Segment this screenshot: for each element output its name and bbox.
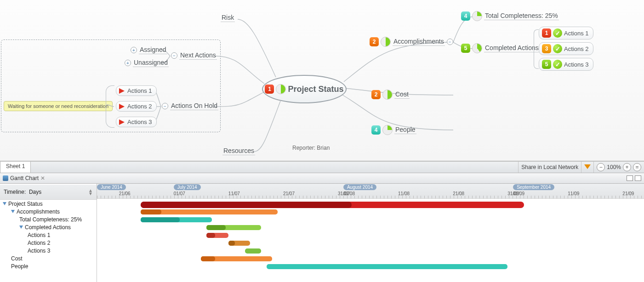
month-label: June 2014 — [97, 184, 126, 190]
node-risk[interactable]: Risk — [221, 14, 235, 22]
gantt-bar[interactable] — [206, 225, 261, 230]
expand-icon[interactable]: + — [131, 47, 137, 53]
gantt-row-label: Actions 2 — [28, 240, 50, 246]
gantt-bar[interactable] — [267, 264, 507, 269]
node-cost[interactable]: 2 Cost — [371, 90, 410, 100]
priority-badge-4: 4 — [461, 11, 470, 21]
node-on-hold[interactable]: − Actions On Hold — [162, 102, 218, 110]
flag-icon — [119, 88, 125, 94]
gantt-tabbar: Gantt Chart ✕ — [0, 173, 644, 184]
gantt-row-label: Actions 1 — [28, 232, 50, 238]
zoom-controls: − 100% + = — [593, 162, 644, 173]
gantt-bar[interactable] — [141, 209, 278, 214]
check-icon: ✓ — [553, 44, 562, 53]
gantt-tree-row[interactable]: Cost — [0, 254, 97, 262]
close-tab-icon[interactable]: ✕ — [40, 175, 45, 181]
note-callout: Waiting for someone or need reconsiderat… — [4, 101, 113, 111]
gantt-bar[interactable] — [245, 248, 262, 254]
gantt-tree-row[interactable]: Actions 2 — [0, 239, 97, 247]
zoom-out-button[interactable]: − — [597, 163, 605, 171]
sheet-tab[interactable]: Sheet 1 — [0, 162, 31, 173]
priority-badge-1: 1 — [265, 85, 274, 94]
progress-pie-icon — [381, 37, 391, 47]
priority-badge-2: 2 — [370, 37, 379, 46]
node-total-completeness[interactable]: 4 Total Completeness: 25% — [461, 11, 559, 21]
disclosure-triangle-icon[interactable] — [19, 226, 23, 229]
node-next-actions[interactable]: − Next Actions — [171, 51, 217, 60]
gantt-bar[interactable] — [141, 217, 212, 222]
leaf-action2[interactable]: 3✓Actions 2 — [539, 42, 593, 55]
gantt-tree-row[interactable]: Actions 3 — [0, 247, 97, 254]
unit-stepper[interactable]: ▲▼ — [88, 189, 93, 195]
gantt-task-tree[interactable]: Timeline: Days ▲▼ Project StatusAccompli… — [0, 184, 97, 282]
gantt-tree-row[interactable]: Project Status — [0, 200, 97, 208]
leaf-action3[interactable]: 5✓Actions 3 — [539, 58, 593, 71]
gantt-row-label: Total Completeness: 25% — [19, 216, 82, 223]
center-label: Project Status — [288, 85, 343, 94]
gantt-tree-row[interactable]: People — [0, 262, 97, 270]
reporter-note: Reporter: Brian — [292, 145, 330, 151]
collapse-icon[interactable]: − — [171, 52, 177, 59]
priority-badge-4: 4 — [371, 125, 381, 135]
sheet-bar: Sheet 1 Share in Local Network − 100% + … — [0, 161, 644, 173]
gantt-bar[interactable] — [141, 202, 524, 208]
zoom-in-button[interactable]: + — [623, 163, 631, 171]
share-button[interactable]: Share in Local Network — [518, 162, 581, 173]
progress-pie-icon — [472, 11, 482, 21]
node-people[interactable]: 4 People — [371, 125, 416, 135]
center-node[interactable]: 1 Project Status — [262, 75, 347, 103]
flag-icon — [119, 119, 125, 125]
gantt-bar[interactable] — [201, 256, 272, 261]
tick-label: 11/08 — [398, 191, 410, 196]
leaf-onhold-3[interactable]: Actions 3 — [116, 117, 157, 127]
tick-label: 21/06 — [119, 191, 131, 196]
disclosure-triangle-icon[interactable] — [11, 210, 15, 213]
zoom-fit-button[interactable]: = — [633, 163, 641, 171]
leaf-onhold-1[interactable]: Actions 1 — [116, 85, 157, 96]
node-assigned[interactable]: + Assigned — [131, 46, 167, 54]
tick-label: 11/07 — [228, 191, 240, 196]
collapse-icon[interactable]: − — [162, 103, 168, 109]
gantt-tree-row[interactable]: Completed Actions — [0, 223, 97, 231]
tick-label: 01/07 — [174, 191, 185, 196]
node-unassigned[interactable]: + Unassigned — [125, 59, 169, 67]
leaf-action1[interactable]: 1✓Actions 1 — [539, 27, 593, 39]
filter-button[interactable] — [581, 162, 593, 173]
collapse-icon[interactable]: − — [447, 39, 453, 45]
priority-badge-1: 1 — [542, 28, 551, 38]
mindmap-canvas[interactable]: Waiting for someone or need reconsiderat… — [0, 0, 644, 161]
node-accomplishments[interactable]: 2 Accomplishments − — [370, 37, 453, 47]
tick-label: 01/08 — [343, 191, 355, 196]
disclosure-triangle-icon[interactable] — [3, 202, 6, 205]
priority-badge-2: 2 — [371, 90, 381, 99]
leaf-onhold-2[interactable]: Actions 2 — [116, 101, 157, 112]
month-label: September 2014 — [513, 184, 554, 190]
node-resources[interactable]: Resources — [222, 147, 255, 155]
funnel-icon — [584, 164, 591, 170]
gantt-tree-row[interactable]: Total Completeness: 25% — [0, 215, 97, 223]
progress-pie-icon — [276, 84, 286, 94]
gantt-time-header: June 2014July 2014August 2014September 2… — [97, 184, 644, 199]
progress-pie-icon — [382, 90, 393, 100]
minimize-pane-button[interactable] — [627, 175, 633, 181]
gantt-tree-row[interactable]: Actions 1 — [0, 231, 97, 239]
zoom-value: 100% — [607, 164, 621, 170]
expand-icon[interactable]: + — [125, 60, 131, 66]
gantt-progress-fill — [206, 225, 226, 230]
tick-label: 21/09 — [622, 191, 634, 196]
gantt-progress-fill — [206, 233, 215, 238]
gantt-bar[interactable] — [228, 241, 251, 246]
month-label: August 2014 — [343, 184, 376, 190]
gantt-chart-area[interactable]: June 2014July 2014August 2014September 2… — [97, 184, 644, 282]
gantt-tree-row[interactable]: Accomplishments — [0, 208, 97, 215]
tick-label: 21/08 — [453, 191, 464, 196]
gantt-bar[interactable] — [206, 233, 228, 238]
progress-pie-icon — [382, 125, 393, 135]
maximize-pane-button[interactable] — [635, 175, 641, 181]
gantt-row-label: Completed Actions — [25, 224, 71, 231]
gantt-row-label: People — [11, 263, 28, 270]
gantt-row-label: Project Status — [8, 201, 43, 207]
month-label: July 2014 — [174, 184, 201, 190]
gantt-icon — [3, 175, 8, 181]
gantt-row-label: Cost — [11, 255, 23, 262]
